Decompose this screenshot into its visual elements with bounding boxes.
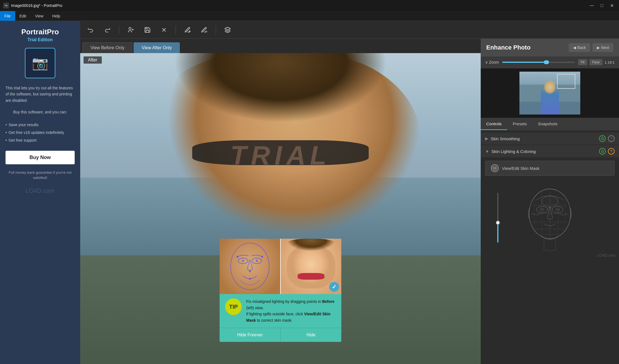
svg-point-9 bbox=[231, 243, 269, 290]
skin-smoothing-help-icon[interactable]: ? bbox=[608, 135, 615, 142]
tab-controls[interactable]: Controls bbox=[481, 118, 507, 130]
skin-lighting-label: Skin Lighting & Coloring bbox=[491, 149, 536, 154]
pen-remove-button[interactable] bbox=[198, 24, 210, 36]
menu-item-help[interactable]: Help bbox=[48, 11, 65, 21]
skin-lighting-power-icon[interactable]: ⏻ bbox=[599, 148, 606, 155]
redo-button[interactable] bbox=[101, 24, 113, 36]
menu-bar: File Edit View Help bbox=[0, 11, 619, 21]
tab-snapshots[interactable]: Snapshots bbox=[532, 118, 563, 130]
feature-save: Save your results bbox=[6, 121, 75, 129]
zoom-slider[interactable] bbox=[502, 62, 575, 63]
svg-point-12 bbox=[242, 260, 244, 262]
section-skin-lighting-header[interactable]: ▼ Skin Lighting & Coloring ⏻ ? bbox=[481, 145, 619, 157]
title-bar: 📷 Image00016.jpg* - PortraitPro — □ ✕ bbox=[0, 0, 619, 11]
svg-point-15 bbox=[249, 278, 251, 280]
chevron-right-icon: ▶ bbox=[485, 136, 488, 141]
main-layout: PortraitPro Trial Edition 📷 This trial l… bbox=[0, 21, 619, 364]
hide-forever-button[interactable]: Hide Forever bbox=[220, 328, 281, 342]
slider-fill bbox=[497, 223, 498, 243]
skin-smoothing-icons: ⏻ ? bbox=[599, 135, 615, 142]
tip-bold-mask: View/Edit Skin Mask bbox=[246, 312, 331, 322]
sidebar-features: Save your results Get free v18 updates i… bbox=[6, 121, 75, 144]
zoom-options: Fit Face 1.19:1 bbox=[578, 59, 615, 65]
enhance-header: Enhance Photo ◀ Back ▶ Next bbox=[481, 39, 619, 56]
section-skin-smoothing-header[interactable]: ▶ Skin Smoothing ⏻ ? bbox=[481, 132, 619, 145]
zoom-label: ∨ Zoom bbox=[485, 60, 499, 64]
content-area: View Before Only View After Only bbox=[80, 39, 619, 364]
close-button[interactable]: ✕ bbox=[608, 2, 616, 9]
next-button[interactable]: ▶ Next bbox=[592, 43, 613, 52]
buy-button[interactable]: Buy Now bbox=[6, 151, 75, 164]
undo-button[interactable] bbox=[85, 24, 97, 36]
sidebar-buy-intro: Buy this software, and you can: bbox=[13, 109, 67, 115]
restore-button[interactable]: □ bbox=[598, 2, 606, 9]
sidebar-watermark: LO4D.com bbox=[25, 187, 54, 194]
layers-button[interactable] bbox=[222, 24, 234, 36]
panel-watermark: LO4D.com bbox=[597, 253, 616, 258]
skin-mask-button[interactable]: View/Edit Skin Mask bbox=[485, 161, 615, 176]
section-skin-lighting-title: ▼ Skin Lighting & Coloring bbox=[485, 149, 536, 154]
image-canvas: After TRIAL bbox=[80, 53, 481, 364]
svg-point-17 bbox=[261, 256, 263, 258]
vertical-slider[interactable] bbox=[497, 193, 498, 248]
pen-add-button[interactable] bbox=[181, 24, 194, 36]
sidebar-icon-box: 📷 bbox=[25, 48, 55, 78]
app-icon-symbol: 📷 bbox=[4, 4, 8, 7]
head-3d-model bbox=[522, 183, 578, 255]
view-after-tab[interactable]: View After Only bbox=[134, 42, 180, 53]
zoom-fill bbox=[502, 62, 547, 63]
menu-item-edit[interactable]: Edit bbox=[15, 11, 31, 21]
toolbar-separator-3 bbox=[216, 25, 216, 34]
head-visualization: LO4D.com bbox=[481, 179, 619, 260]
tip-overlay: ✓ TIP Fix misaligned lighting by draggin… bbox=[220, 239, 341, 342]
zoom-bar: ∨ Zoom Fit Face 1.19:1 bbox=[481, 56, 619, 68]
view-before-tab[interactable]: View Before Only bbox=[82, 42, 132, 53]
tip-face-after: ✓ bbox=[281, 239, 341, 294]
enhance-nav: ◀ Back ▶ Next bbox=[569, 43, 613, 52]
thumbnail-image bbox=[519, 72, 580, 115]
tab-presets[interactable]: Presets bbox=[507, 118, 532, 130]
add-person-button[interactable] bbox=[125, 24, 137, 36]
head-wireframe-svg bbox=[522, 183, 578, 255]
edition-label: Trial Edition bbox=[27, 37, 53, 42]
menu-item-file[interactable]: File bbox=[0, 11, 15, 21]
svg-point-16 bbox=[237, 256, 238, 258]
menu-item-view[interactable]: View bbox=[31, 11, 48, 21]
face-outline-svg bbox=[220, 239, 280, 294]
save-button[interactable] bbox=[141, 24, 154, 36]
checkmark-icon: ✓ bbox=[332, 284, 337, 290]
brand-name: PortraitPro bbox=[21, 28, 59, 36]
view-tabs: View Before Only View After Only bbox=[80, 39, 481, 53]
chevron-down-icon: ▼ bbox=[485, 149, 489, 154]
tip-checkmark: ✓ bbox=[329, 282, 339, 292]
section-skin-smoothing-title: ▶ Skin Smoothing bbox=[485, 136, 520, 141]
svg-point-20 bbox=[495, 168, 496, 169]
zoom-fit-button[interactable]: Fit bbox=[578, 59, 587, 65]
svg-point-26 bbox=[555, 208, 560, 212]
toolbar bbox=[80, 21, 619, 39]
feature-support: Get free support bbox=[6, 136, 75, 144]
svg-point-0 bbox=[129, 27, 131, 30]
toolbar-separator-2 bbox=[176, 25, 176, 34]
app-icon: 📷 bbox=[3, 3, 9, 8]
skin-lighting-icons: ⏻ ? bbox=[599, 148, 615, 155]
tip-buttons: Hide Forever Hide bbox=[220, 328, 341, 342]
skin-smoothing-label: Skin Smoothing bbox=[491, 136, 520, 141]
feature-updates: Get free v18 updates indefinitely bbox=[6, 129, 75, 136]
mask-icon bbox=[491, 164, 499, 172]
hide-button[interactable]: Hide bbox=[281, 328, 342, 342]
canvas-area: View Before Only View After Only bbox=[80, 39, 481, 364]
back-button[interactable]: ◀ Back bbox=[569, 43, 590, 52]
person-hair bbox=[160, 53, 401, 146]
skin-smoothing-power-icon[interactable]: ⏻ bbox=[599, 135, 606, 142]
minimize-button[interactable]: — bbox=[588, 2, 596, 9]
window-title: Image00016.jpg* - PortraitPro bbox=[11, 3, 62, 8]
delete-button[interactable] bbox=[158, 24, 170, 36]
svg-marker-8 bbox=[225, 27, 230, 30]
zoom-face-button[interactable]: Face bbox=[589, 59, 602, 65]
skin-lighting-help-icon[interactable]: ? bbox=[608, 148, 615, 155]
title-bar-controls: — □ ✕ bbox=[588, 2, 616, 9]
right-panel: Enhance Photo ◀ Back ▶ Next ∨ Zoom bbox=[481, 39, 619, 364]
thumb-face-box bbox=[557, 74, 575, 89]
tip-bold-before: Before bbox=[322, 299, 334, 304]
